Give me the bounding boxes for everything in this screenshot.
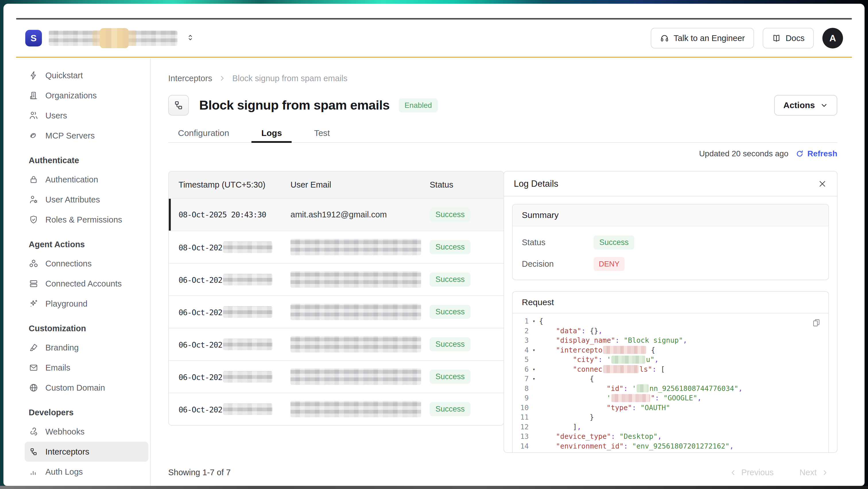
timestamp-redacted (223, 274, 272, 285)
timestamp: 08-Oct-2025 20:43:30 (179, 210, 266, 219)
breadcrumb-parent[interactable]: Interceptors (168, 74, 212, 83)
sidebar-nav: QuickstartOrganizationsUsersMCP ServersA… (16, 59, 151, 486)
code-token: { (590, 374, 594, 383)
sidebar-item-label: Playground (45, 299, 88, 308)
code-token: { (647, 346, 655, 354)
table-row[interactable]: 06-Oct-202Success (169, 295, 503, 328)
timestamp: 06-Oct-202 (179, 405, 222, 414)
table-row[interactable]: 08-Oct-2025 20:43:30amit.ash1912@gmail.c… (169, 198, 503, 231)
org-logo: S (25, 30, 42, 46)
previous-button[interactable]: Previous (730, 468, 774, 477)
sidebar-item-webhooks[interactable]: Webhooks (25, 422, 148, 442)
sidebar-item-mcp-servers[interactable]: MCP Servers (25, 126, 148, 146)
summary-value-badge: DENY (594, 257, 625, 271)
chevron-up-down-icon (186, 33, 195, 43)
title-row: Block signup from spam emails Enabled Ac… (168, 95, 837, 116)
summary-label: Decision (522, 259, 594, 269)
sidebar-item-user-attributes[interactable]: User Attributes (25, 190, 148, 210)
sidebar-item-roles-permissions[interactable]: Roles & Permissions (25, 210, 148, 230)
line-number: 5 (513, 355, 529, 364)
layout: QuickstartOrganizationsUsersMCP ServersA… (16, 59, 852, 486)
code-token: ' (628, 384, 637, 393)
avatar[interactable]: A (823, 28, 843, 48)
timestamp-redacted (223, 339, 272, 350)
copy-button[interactable] (811, 318, 822, 328)
line-number: 8 (513, 384, 529, 393)
chevron-down-icon (820, 101, 828, 109)
refresh-button[interactable]: Refresh (795, 149, 837, 158)
collapse-toggle-icon[interactable]: ▾ (529, 376, 539, 382)
sidebar-item-branding[interactable]: Branding (25, 337, 148, 358)
line-number: 12 (513, 423, 529, 431)
timestamp-redacted (223, 241, 272, 253)
email-redacted (290, 336, 421, 353)
sidebar-item-users[interactable]: Users (25, 105, 148, 126)
user-gear-icon (29, 195, 38, 204)
code-text: "device_type": "Desktop", (539, 432, 662, 441)
code-token: "GOOGLE" (659, 394, 697, 402)
sidebar-item-label: Quickstart (45, 71, 83, 80)
code-token: : (623, 384, 628, 393)
sidebar-item-connections[interactable]: Connections (25, 254, 148, 273)
talk-to-engineer-button[interactable]: Talk to an Engineer (651, 28, 754, 48)
code-token: , (697, 394, 702, 402)
code-token: "connec (573, 365, 602, 373)
sidebar-item-quickstart[interactable]: Quickstart (25, 65, 148, 86)
timestamp: 06-Oct-202 (179, 275, 222, 285)
table-row[interactable]: 06-Oct-202Success (169, 263, 503, 295)
collapse-toggle-icon[interactable]: ▾ (529, 318, 539, 324)
docs-button[interactable]: Docs (763, 28, 814, 48)
code-line: 13"device_type": "Desktop", (513, 432, 828, 442)
redacted-code (611, 394, 650, 402)
sidebar-item-label: Connected Accounts (45, 279, 122, 289)
headphones-icon (660, 34, 669, 43)
cubes-icon (29, 259, 38, 268)
table-row[interactable]: 08-Oct-202Success (169, 231, 503, 263)
collapse-toggle-icon[interactable]: ▾ (529, 347, 539, 353)
table-row[interactable]: 06-Oct-202Success (169, 393, 503, 425)
sidebar-item-authentication[interactable]: Authentication (25, 169, 148, 190)
code-token: : (611, 432, 615, 441)
next-button[interactable]: Next (799, 468, 829, 477)
column-header-status: Status (420, 180, 503, 190)
breadcrumb-current: Block signup from spam emails (232, 74, 347, 83)
timestamp: 06-Oct-202 (179, 373, 222, 382)
tab-test[interactable]: Test (304, 125, 340, 143)
sidebar-item-auth-logs[interactable]: Auth Logs (25, 462, 148, 482)
line-number: 3 (513, 336, 529, 345)
sidebar-item-playground[interactable]: Playground (25, 294, 148, 314)
code-token: "city" (573, 355, 598, 364)
sidebar-item-connected-accounts[interactable]: Connected Accounts (25, 273, 148, 294)
sidebar-item-label: Connections (45, 259, 92, 268)
tab-logs[interactable]: Logs (251, 125, 291, 143)
line-number: 13 (513, 432, 529, 441)
sidebar-item-interceptors[interactable]: Interceptors (25, 442, 148, 462)
app-window: S Talk to an Engineer Docs (3, 4, 865, 486)
line-number: 4 (513, 346, 529, 354)
table-row[interactable]: 06-Oct-202Success (169, 360, 503, 393)
org-switcher[interactable]: S (25, 30, 195, 46)
actions-label: Actions (783, 100, 815, 110)
code-token: : (624, 442, 628, 450)
sidebar-item-organizations[interactable]: Organizations (25, 86, 148, 105)
column-header-user-email: User Email (281, 180, 420, 190)
bars-icon (29, 467, 38, 477)
collapse-toggle-icon[interactable]: ▾ (529, 366, 539, 372)
copy-icon (811, 318, 822, 328)
summary-label: Status (522, 238, 594, 247)
email-redacted (290, 401, 421, 417)
tab-configuration[interactable]: Configuration (168, 125, 239, 143)
code-line: 4▾"intercepto { (513, 345, 828, 355)
code-text: "environment_id": "env_92561807201272162… (539, 442, 734, 450)
code-token: [ (656, 365, 665, 373)
code-token: "environment_id" (556, 442, 624, 450)
actions-button[interactable]: Actions (774, 95, 837, 116)
pagination: Previous Next (730, 468, 829, 477)
code-token: ls" (640, 365, 652, 373)
close-button[interactable] (817, 179, 827, 189)
sidebar-item-custom-domain[interactable]: Custom Domain (25, 378, 148, 398)
sidebar-item-emails[interactable]: Emails (25, 358, 148, 378)
table-row[interactable]: 06-Oct-202Success (169, 328, 503, 360)
request-code-lines: 1▾{2"data": {},3"display_name": "Block s… (513, 316, 828, 453)
code-token: : (607, 451, 611, 453)
